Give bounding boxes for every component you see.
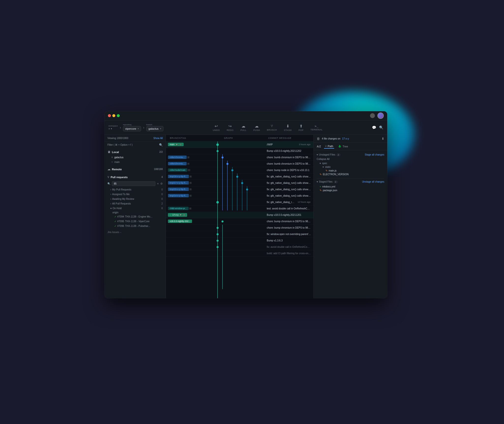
branch-button[interactable]: ⑂ BRANCH [267,124,277,131]
nav-arrow-1: › [120,126,121,129]
commit-row[interactable]: fix: avoid double call in OnRefreshCompl… [166,244,313,250]
commit-message: //WIP [264,143,299,146]
commit-row[interactable]: trop/17-x-y-bp-fi... ↑ fix: gtk_native_d… [166,180,313,186]
file-tree-file-electron-version[interactable]: ✎ ELECTRON_VERSION [317,173,384,176]
commit-row[interactable]: fix: window.open not overriding parent's… [166,231,313,237]
remote-section-header[interactable]: ☁ Remote 188/188 [104,166,166,172]
unstage-all-button[interactable]: Unstage all changes [362,180,384,183]
close-button[interactable] [108,114,111,117]
push-button[interactable]: ☁ PUSH [253,124,260,131]
commit-row[interactable]: Bump v1.3.6.3 [166,237,313,244]
commit-row[interactable]: roller/node/main ↑ chore: bump node in D… [166,167,313,173]
redo-button[interactable]: ↪ REDO [227,124,234,131]
commit-row[interactable]: Bump v18.0.0-nightly.20211202 [166,148,313,154]
maximize-button[interactable] [117,114,120,117]
divider [317,178,384,178]
minimize-button[interactable] [112,114,115,117]
workspace-value: + ▾ [108,127,118,130]
pr-item-count: 2 [161,202,163,205]
sidebar-header: Viewing 1800/1800 Show All [104,135,166,142]
local-section-header[interactable]: 🖥 Local 2/2 [104,149,166,155]
stash-icon: ⬇ [286,124,289,128]
pop-button[interactable]: ⬆ POP [298,124,304,131]
commit-row[interactable]: main P □ //WIP 3 hours ago [166,141,313,148]
workspace-chevron[interactable]: ▾ [111,127,112,130]
pr-item-assigned[interactable]: › Assigned To Me 0 [104,192,166,197]
pr-title: THX-1138 - Pulsehar... [125,225,150,227]
undo-button[interactable]: ↩ UNDO [213,124,220,131]
repository-value: vipercore [125,127,136,130]
tab-tree[interactable]: 🌲 Tree [337,144,349,148]
collapse-all-button[interactable]: Collapse All [317,158,384,160]
pr-item-my[interactable]: › My Pull Requests 0 [104,187,166,192]
file-tree-file-mkdocs[interactable]: + mkdocs.yml [317,185,384,188]
pr-chevron: › [110,193,111,196]
download-icon[interactable]: ⬇ [382,137,384,141]
on-hold-header[interactable]: ▾ On Hold 8 [104,206,166,211]
pr-clear-icon[interactable]: ✕ [157,182,159,185]
pr-sub-item-7095[interactable]: ✓ #7095 THX-1138 - ViperCore [104,219,166,224]
branch-item-main[interactable]: ⑂ main [104,160,166,164]
toolbar-actions: ↩ UNDO ↪ REDO ☁ PULL ☁ PUSH ⑂ BRANCH [163,124,372,131]
terminal-button[interactable]: >_ TERMINAL [311,124,323,131]
branch-label: trop/14-x-y-bp-fi... [168,194,189,197]
branch-item-galactus[interactable]: ⑂ galactus [104,155,166,160]
tab-path[interactable]: ⑂ Path [324,144,334,149]
branch-tag: v18.0.0-nightly-202... [166,220,210,223]
pr-section-header[interactable]: ⑂ Pull requests 4 [104,174,166,180]
repository-selector[interactable]: vipercore ▾ [123,126,141,131]
pr-item-all[interactable]: › All Pull Requests 2 [104,201,166,206]
commit-row[interactable]: ✓ 17-x-y P □ Bump v18.0.0-nightly.202112… [166,212,313,218]
branch-tag: trop/16-x-y-bp-fi... ↑ [166,175,210,178]
file-tree-file-main-js[interactable]: ✎ main.js [317,169,384,173]
filter-search-icon[interactable]: 🔍 [159,143,163,147]
path-icon: ⑂ [325,145,327,148]
commit-row[interactable]: child-window-pr... ↑ test: avoid double … [166,205,313,212]
file-tree-file-package-json[interactable]: ✎ package.json [317,188,384,192]
branch-chevron: ▾ [160,127,161,130]
pull-button[interactable]: ☁ PULL [240,124,247,131]
pr-sub-item-7096[interactable]: ✓ #7096 THX-1138 - Pulsehar... [104,224,166,228]
pr-item-count: 0 [161,193,163,196]
pr-item-label: My Pull Requests [112,188,131,191]
branch-tag: child-window-pr... ↑ [166,207,210,210]
check-icon: ✓ [114,225,116,227]
pr-item-awaiting[interactable]: › Awaiting My Review 0 [104,197,166,201]
sync-status [370,113,375,118]
stage-all-button[interactable]: Stage all changes [365,153,384,156]
avatar[interactable] [377,112,384,119]
jira-issues[interactable]: Jira Issues -- [104,229,166,235]
commit-row[interactable]: roller/chromiu... ↑ chore: bumb chromium… [166,161,313,167]
branch-value: galactus [148,127,159,130]
comment-icon[interactable]: 💬 [372,126,376,129]
on-hold-count: 8 [161,207,163,210]
az-sort-button[interactable]: A/Z [317,145,321,148]
pr-filter-icon[interactable]: ⚙ [160,182,163,185]
trash-icon[interactable]: 🗑 [317,137,320,141]
stash-button[interactable]: ⬇ STASH [284,124,292,131]
show-all-button[interactable]: Show All [153,137,163,140]
branch-badge: ↑ [187,156,190,158]
file-tree-folder-static[interactable]: ▾ static [317,165,384,169]
commit-row[interactable]: roller/chromiu... ↑ chore: bumb chromium… [166,154,313,161]
commit-row[interactable]: trop/15-x-y-bp-fi... ↑ fix: gtk_native_d… [166,186,313,193]
app-window: workspace + ▾ › repository vipercore ▾ › [104,111,387,298]
commit-row[interactable]: trop/16-x-y-bp-fi... ↑ fix: gtk_native_d… [166,173,313,180]
commit-row[interactable]: build: add CI path filtering for cross-o… [166,250,313,257]
pr-sub-item-7094[interactable]: ✓ #7094 THX-1138 - Engine Mo... [104,214,166,219]
search-icon[interactable]: 🔍 [379,126,383,129]
pr-id: #7095 [117,220,124,223]
pr-item-label: All Pull Requests [112,202,131,205]
check-icon: ✓ [114,220,116,223]
pr-search-input[interactable] [112,181,155,186]
commit-row[interactable]: chore: bump chromium in DEPS to 98.0.474… [166,225,313,231]
file-tree-folder-spec[interactable]: ▾ spec [317,161,384,165]
workspace-plus[interactable]: + [108,127,110,130]
commit-row[interactable]: trop/14-x-y-bp-fi... ↑ fix: gtk_native_d… [166,193,313,199]
branch-selector[interactable]: galactus ▾ [146,126,163,131]
badge1: P [179,214,182,216]
commit-row[interactable]: v18.0.0-nightly-202... chore: bump chrom… [166,218,313,225]
viewing-count: Viewing 1800/1800 [107,137,128,140]
commit-message: fix: window.open not overriding parent's… [264,233,313,236]
commit-row[interactable]: fix: gtk_native_dialog_run() calls show(… [166,199,313,205]
